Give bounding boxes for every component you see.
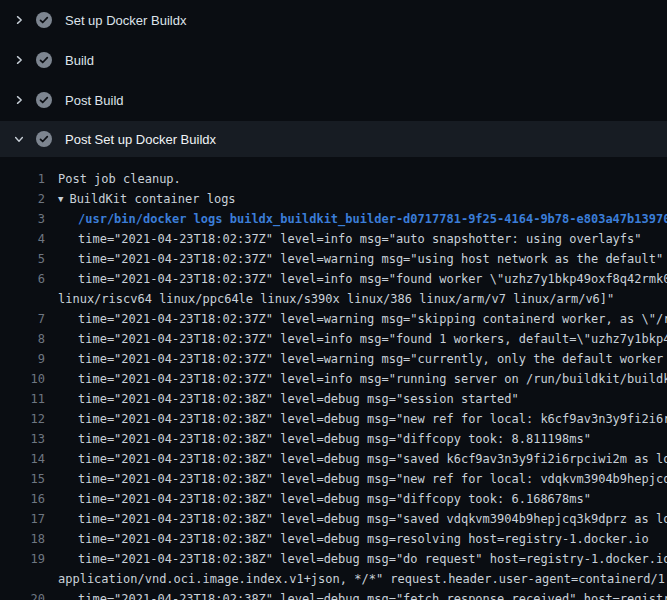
log-line: 19 time="2021-04-23T18:02:38Z" level=deb… <box>0 549 667 569</box>
log-line-text: time="2021-04-23T18:02:38Z" level=debug … <box>45 452 667 466</box>
log-line-text: time="2021-04-23T18:02:38Z" level=debug … <box>45 432 591 446</box>
log-line-text: time="2021-04-23T18:02:38Z" level=debug … <box>45 512 667 526</box>
log-line-number[interactable]: 19 <box>0 552 45 566</box>
log-line: 4 time="2021-04-23T18:02:37Z" level=info… <box>0 229 667 249</box>
log-line-number[interactable]: 11 <box>0 392 45 406</box>
log-lines: 1 Post job cleanup. 2 ▼ BuildKit contain… <box>0 157 667 600</box>
log-line: 2 ▼ BuildKit container logs <box>0 189 667 209</box>
log-line-number[interactable]: 3 <box>0 212 45 226</box>
step-row-build[interactable]: Build <box>0 40 667 80</box>
chevron-right-icon[interactable] <box>13 14 25 26</box>
log-line-text: time="2021-04-23T18:02:37Z" level=warnin… <box>45 352 667 366</box>
log-line: 11 time="2021-04-23T18:02:38Z" level=deb… <box>0 389 667 409</box>
log-line: 3 /usr/bin/docker logs buildx_buildkit_b… <box>0 209 667 229</box>
log-line: 16 time="2021-04-23T18:02:38Z" level=deb… <box>0 489 667 509</box>
log-line-text: /usr/bin/docker logs buildx_buildkit_bui… <box>45 212 667 226</box>
log-line: 10 time="2021-04-23T18:02:37Z" level=inf… <box>0 369 667 389</box>
log-line: linux/riscv64 linux/ppc64le linux/s390x … <box>0 289 667 309</box>
log-line-number[interactable]: 8 <box>0 332 45 346</box>
log-line-text: linux/riscv64 linux/ppc64le linux/s390x … <box>45 292 614 306</box>
log-line-text: Post job cleanup. <box>45 172 181 186</box>
chevron-down-icon[interactable] <box>13 133 25 145</box>
log-line-number[interactable]: 9 <box>0 352 45 366</box>
log-line-text: time="2021-04-23T18:02:38Z" level=debug … <box>45 472 667 486</box>
log-line: 12 time="2021-04-23T18:02:38Z" level=deb… <box>0 409 667 429</box>
log-line: 6 time="2021-04-23T18:02:37Z" level=info… <box>0 269 667 289</box>
log-line-text: time="2021-04-23T18:02:38Z" level=debug … <box>45 392 519 406</box>
log-line-number[interactable]: 12 <box>0 412 45 426</box>
chevron-right-icon[interactable] <box>13 54 25 66</box>
check-circle-icon <box>36 92 52 108</box>
step-row-setup-docker-buildx[interactable]: Set up Docker Buildx <box>0 0 667 40</box>
log-line: 9 time="2021-04-23T18:02:37Z" level=warn… <box>0 349 667 369</box>
log-line-text: time="2021-04-23T18:02:38Z" level=debug … <box>45 492 591 506</box>
step-label: Build <box>65 53 94 68</box>
log-line: 15 time="2021-04-23T18:02:38Z" level=deb… <box>0 469 667 489</box>
step-label: Post Build <box>65 93 124 108</box>
log-line-text: time="2021-04-23T18:02:37Z" level=info m… <box>45 232 642 246</box>
log-line-text: time="2021-04-23T18:02:37Z" level=warnin… <box>45 252 663 266</box>
log-line-number[interactable]: 14 <box>0 452 45 466</box>
log-line-text: time="2021-04-23T18:02:37Z" level=warnin… <box>45 312 667 326</box>
log-line-text: BuildKit container logs <box>63 192 235 206</box>
log-line-text: time="2021-04-23T18:02:37Z" level=info m… <box>45 372 667 386</box>
log-line-number[interactable]: 13 <box>0 432 45 446</box>
step-label: Set up Docker Buildx <box>65 13 186 28</box>
log-line: 5 time="2021-04-23T18:02:37Z" level=warn… <box>0 249 667 269</box>
log-line-text: time="2021-04-23T18:02:38Z" level=debug … <box>45 412 667 426</box>
log-line-number[interactable]: 7 <box>0 312 45 326</box>
step-row-post-build[interactable]: Post Build <box>0 80 667 120</box>
log-line-text: time="2021-04-23T18:02:37Z" level=info m… <box>45 332 667 346</box>
workflow-log-panel: Set up Docker Buildx Build Post Build Po… <box>0 0 667 600</box>
log-line: 18 time="2021-04-23T18:02:38Z" level=deb… <box>0 529 667 549</box>
check-circle-icon <box>36 131 52 147</box>
log-line-number[interactable]: 6 <box>0 272 45 286</box>
log-line: 17 time="2021-04-23T18:02:38Z" level=deb… <box>0 509 667 529</box>
chevron-right-icon[interactable] <box>13 94 25 106</box>
log-line: 8 time="2021-04-23T18:02:37Z" level=info… <box>0 329 667 349</box>
log-line-text: time="2021-04-23T18:02:38Z" level=debug … <box>45 552 667 566</box>
log-line-number[interactable]: 5 <box>0 252 45 266</box>
log-line: 13 time="2021-04-23T18:02:38Z" level=deb… <box>0 429 667 449</box>
log-line-number[interactable]: 2 <box>0 192 45 206</box>
group-open-triangle-icon[interactable]: ▼ <box>45 194 63 204</box>
log-line-text: time="2021-04-23T18:02:38Z" level=debug … <box>45 532 649 546</box>
check-circle-icon <box>36 12 52 28</box>
log-line-text: time="2021-04-23T18:02:37Z" level=info m… <box>45 272 667 286</box>
log-line-number[interactable]: 10 <box>0 372 45 386</box>
log-line: 1 Post job cleanup. <box>0 169 667 189</box>
log-line-text: application/vnd.oci.image.index.v1+json,… <box>45 572 667 586</box>
step-row-post-setup-docker-buildx[interactable]: Post Set up Docker Buildx <box>0 121 667 157</box>
log-line-number[interactable]: 18 <box>0 532 45 546</box>
log-line-number[interactable]: 15 <box>0 472 45 486</box>
log-line: 14 time="2021-04-23T18:02:38Z" level=deb… <box>0 449 667 469</box>
log-line-number[interactable]: 20 <box>0 592 45 600</box>
log-line: application/vnd.oci.image.index.v1+json,… <box>0 569 667 589</box>
log-line-number[interactable]: 4 <box>0 232 45 246</box>
log-line: 7 time="2021-04-23T18:02:37Z" level=warn… <box>0 309 667 329</box>
check-circle-icon <box>36 52 52 68</box>
log-line-number[interactable]: 16 <box>0 492 45 506</box>
step-label: Post Set up Docker Buildx <box>65 132 216 147</box>
log-line: 20 time="2021-04-23T18:02:38Z" level=deb… <box>0 589 667 600</box>
log-line-text: time="2021-04-23T18:02:38Z" level=debug … <box>45 592 667 600</box>
log-line-number[interactable]: 17 <box>0 512 45 526</box>
log-line-number[interactable]: 1 <box>0 172 45 186</box>
